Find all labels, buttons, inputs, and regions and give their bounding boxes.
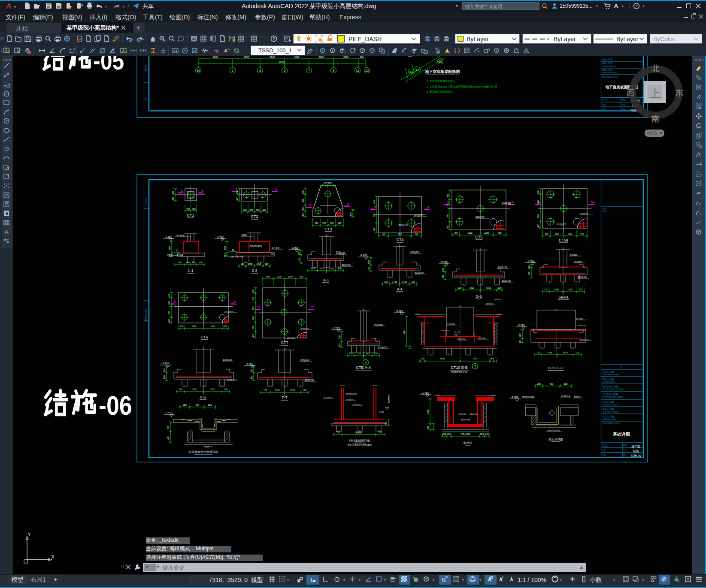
svg-text:比例: 比例 <box>602 449 606 452</box>
svg-text:120: 120 <box>384 280 388 283</box>
svg-text:950: 950 <box>537 214 539 218</box>
svg-text:950: 950 <box>568 232 572 235</box>
svg-text:Φ12@140: Φ12@140 <box>300 359 309 362</box>
svg-text:7: 7 <box>308 69 310 72</box>
svg-text:400: 400 <box>302 190 304 194</box>
svg-text:6: 6 <box>234 300 236 304</box>
svg-text:600: 600 <box>360 56 364 58</box>
svg-text:Φ10@150: Φ10@150 <box>346 398 354 401</box>
svg-text:800: 800 <box>250 369 253 373</box>
svg-text:集水坑吊筋: 集水坑吊筋 <box>461 419 470 421</box>
svg-text:自行车坡道详图: 自行车坡道详图 <box>349 439 370 443</box>
svg-text:结施-06: 结施-06 <box>631 454 641 458</box>
svg-text:电梯井: 电梯井 <box>355 431 362 434</box>
svg-text:264Φ50: 264Φ50 <box>324 181 332 184</box>
svg-text:Φ12@100: Φ12@100 <box>502 280 511 282</box>
svg-text:2Φ14贯通: 2Φ14贯通 <box>176 234 185 237</box>
svg-text:5000: 5000 <box>213 56 218 58</box>
svg-text:120: 120 <box>576 351 579 354</box>
svg-text:Φ12@150: Φ12@150 <box>353 404 361 406</box>
svg-text:垫层厚100: 垫层厚100 <box>204 446 212 448</box>
svg-text:DESIGNED BY/DATE: DESIGNED BY/DATE <box>603 411 618 413</box>
svg-text:4: 4 <box>427 205 430 209</box>
svg-text:7-7: 7-7 <box>282 395 287 400</box>
svg-text:400: 400 <box>195 404 199 406</box>
svg-text:-06: -06 <box>99 390 132 420</box>
svg-text:1220: 1220 <box>329 267 334 270</box>
svg-text:CHECKED BY/DATE: CHECKED BY/DATE <box>602 66 616 67</box>
svg-text:400: 400 <box>186 208 190 210</box>
svg-text:800: 800 <box>163 368 166 372</box>
svg-text:400: 400 <box>338 222 342 224</box>
svg-text:1805: 1805 <box>256 262 261 265</box>
svg-text:150: 150 <box>519 340 521 344</box>
svg-text:10: 10 <box>197 69 200 72</box>
svg-text:日期: 日期 <box>602 108 606 110</box>
svg-text:550: 550 <box>349 212 352 216</box>
svg-text:1750: 1750 <box>392 280 397 283</box>
svg-text:1790: 1790 <box>567 288 573 291</box>
svg-text:600: 600 <box>249 209 253 211</box>
svg-text:Φ10@150: Φ10@150 <box>476 216 485 218</box>
svg-text:-3.450: -3.450 <box>291 247 298 249</box>
svg-text:东: 东 <box>676 88 684 97</box>
svg-text:150: 150 <box>367 267 370 271</box>
svg-text:-3.450: -3.450 <box>440 261 448 263</box>
svg-text:3: 3 <box>309 203 311 207</box>
svg-text:Φ16@150: Φ16@150 <box>441 329 449 332</box>
svg-text:400: 400 <box>252 334 255 338</box>
svg-text:Φ8@200X200: Φ8@200X200 <box>346 393 357 395</box>
svg-text:Φ10@32: Φ10@32 <box>494 299 502 301</box>
svg-text:150: 150 <box>442 275 444 279</box>
svg-text:450: 450 <box>302 207 304 211</box>
svg-text:C15素砼垫层100厚: C15素砼垫层100厚 <box>167 254 184 256</box>
svg-text:400: 400 <box>338 267 342 270</box>
svg-text:Φ10@150: Φ10@150 <box>410 251 419 253</box>
svg-text:?: ? <box>635 4 638 8</box>
svg-text:120: 120 <box>498 286 502 289</box>
svg-text:240: 240 <box>490 357 494 360</box>
svg-text:1: 1 <box>181 189 183 193</box>
svg-text:150: 150 <box>297 258 300 262</box>
svg-text:2. 主次梁相交处在主梁上皮梁面侧各增加3Φ8@50,跨数同: 2. 主次梁相交处在主梁上皮梁面侧各增加3Φ8@50,跨数同主梁 <box>427 85 497 88</box>
svg-text:Φ10@150: Φ10@150 <box>374 324 383 326</box>
svg-text:400: 400 <box>186 261 190 264</box>
svg-text:130: 130 <box>179 388 182 391</box>
svg-text:400: 400 <box>192 208 196 210</box>
svg-text:CT1: CT1 <box>187 213 194 217</box>
svg-text:400: 400 <box>243 209 247 211</box>
svg-text:结构: 结构 <box>633 449 639 453</box>
svg-text:400: 400 <box>236 190 239 194</box>
svg-text:Φ14@150: Φ14@150 <box>324 396 332 398</box>
svg-text:400: 400 <box>262 209 266 211</box>
svg-text:报告: 报告 <box>602 208 606 210</box>
svg-text:图名 DRAWING TITLE: 图名 DRAWING TITLE <box>602 76 619 78</box>
svg-text:700: 700 <box>446 203 449 207</box>
svg-text:250: 250 <box>447 433 451 435</box>
svg-text:400: 400 <box>300 275 303 278</box>
svg-text:400: 400 <box>373 227 376 231</box>
svg-text:XY: XY <box>73 48 76 51</box>
svg-text:Y: Y <box>28 532 31 537</box>
svg-text:400: 400 <box>172 191 174 195</box>
svg-text:600: 600 <box>256 209 260 211</box>
svg-text:400: 400 <box>415 232 418 235</box>
svg-text:50: 50 <box>176 250 178 252</box>
svg-text:工程名称: 工程名称 <box>144 65 147 73</box>
svg-text:-3.450: -3.450 <box>216 235 224 238</box>
svg-text:6-6: 6-6 <box>200 395 206 399</box>
svg-text:150: 150 <box>528 272 530 276</box>
svg-text:12: 12 <box>365 69 369 72</box>
svg-text:Φ10@150: Φ10@150 <box>578 276 587 278</box>
svg-text:图号: 图号 <box>623 454 627 456</box>
svg-text:250: 250 <box>427 426 429 430</box>
svg-text:DISCIPLINE RESPONSIBLE: DISCIPLINE RESPONSIBLE <box>603 396 624 398</box>
svg-text:f: f <box>412 47 413 50</box>
svg-text:400: 400 <box>446 225 449 229</box>
svg-text:校对人/日期: 校对人/日期 <box>602 58 612 60</box>
svg-text:400: 400 <box>537 190 539 194</box>
svg-text:120: 120 <box>374 352 378 355</box>
svg-text:核对人/日期: 核对人/日期 <box>602 62 612 64</box>
svg-text:Φ10@150: Φ10@150 <box>580 338 589 341</box>
svg-text:120: 120 <box>458 286 462 289</box>
